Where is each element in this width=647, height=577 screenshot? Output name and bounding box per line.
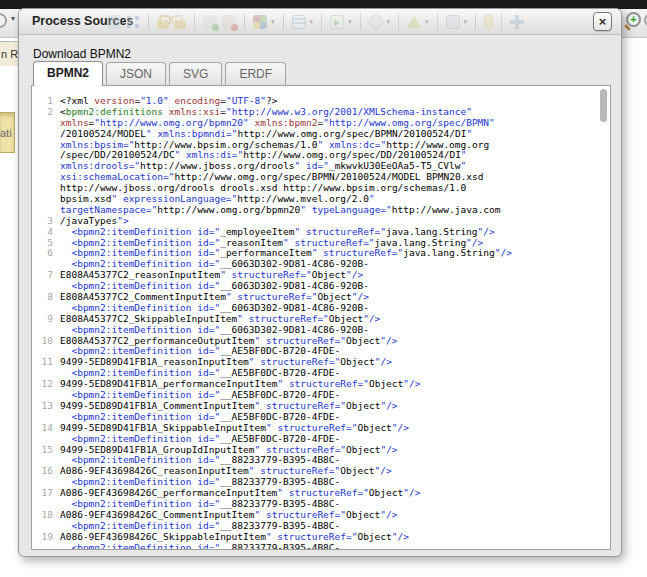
line-number: 4 (32, 227, 60, 238)
dropdown-caret-icon: ▾ (310, 18, 314, 26)
dropdown-caret-icon: ▾ (464, 18, 468, 26)
line-number (32, 129, 60, 140)
line-number: 13 (32, 401, 60, 412)
tab-erdf[interactable]: ERDF (225, 62, 286, 85)
tab-bpmn2[interactable]: BPMN2 (33, 61, 103, 86)
line-number: 1 (32, 96, 60, 107)
line-number: 15 (32, 445, 60, 456)
toolbar-separator (283, 13, 284, 30)
toolbar-separator (437, 13, 438, 30)
line-number (32, 281, 60, 292)
bpmn2-source-code: 1<?xml version="1.0" encoding="UTF-8"?>2… (32, 86, 610, 550)
line-number (32, 118, 60, 129)
line-number: 3 (32, 216, 60, 227)
toolbar-separator (194, 13, 195, 30)
background-toolbar-icons: ▾▾▾▾▾▾ (107, 9, 579, 34)
alert-icon (407, 15, 421, 28)
move-icon (510, 15, 524, 29)
line-number (32, 521, 60, 532)
unlock-icon (174, 20, 186, 29)
line-number (32, 150, 60, 161)
color-palette-icon (253, 15, 267, 29)
save-icon (446, 15, 460, 29)
line-number (32, 140, 60, 151)
line-number (32, 303, 60, 314)
code-text: <bpmn2:itemDefinition id="__88233779-B39… (60, 543, 340, 550)
process-sources-dialog: Process Sources ▾▾▾▾▾▾ × Download BPMN2 … (18, 8, 622, 557)
line-number: 19 (32, 532, 60, 543)
download-bpmn2-link[interactable]: Download BPMN2 (33, 47, 131, 61)
line-number (32, 161, 60, 172)
line-number: 14 (32, 423, 60, 434)
line-number: 5 (32, 238, 60, 249)
properties-icon (292, 15, 306, 29)
tab-svg[interactable]: SVG (169, 62, 222, 85)
line-number (32, 172, 60, 183)
toolbar-separator (398, 13, 399, 30)
line-number: 9 (32, 314, 60, 325)
line-number (32, 194, 60, 205)
line-number: 12 (32, 379, 60, 390)
line-number: 17 (32, 488, 60, 499)
group-icon (107, 15, 121, 29)
palette-note-fragment: ati (0, 112, 15, 153)
line-number (32, 259, 60, 270)
app-background: ▾ n R ati + Process Sources ▾▾▾▾▾▾ × Dow… (0, 0, 647, 577)
line-number: 8 (32, 292, 60, 303)
code-panel[interactable]: 1<?xml version="1.0" encoding="UTF-8"?>2… (31, 86, 611, 550)
dropdown-caret-icon: ▾ (11, 14, 15, 23)
export-icon (330, 15, 344, 29)
line-number: 7 (32, 270, 60, 281)
line-number: 11 (32, 357, 60, 368)
repository-icon (484, 14, 493, 29)
vertical-scrollbar-thumb[interactable] (600, 89, 607, 122)
line-number: 18 (32, 510, 60, 521)
line-number: 6 (32, 248, 60, 259)
line-number: 16 (32, 466, 60, 477)
lock-icon (157, 20, 169, 29)
tab-json[interactable]: JSON (106, 62, 166, 85)
line-number: 10 (32, 336, 60, 347)
line-number (32, 434, 60, 445)
dropdown-caret-icon: ▾ (387, 18, 391, 26)
code-line: <bpmn2:itemDefinition id="__88233779-B39… (32, 543, 610, 550)
line-number (32, 183, 60, 194)
dropdown-caret-icon: ▾ (271, 18, 275, 26)
line-number (32, 325, 60, 336)
toolbar-separator (360, 13, 361, 30)
toolbar-separator (475, 13, 476, 30)
dropdown-caret-icon: ▾ (425, 18, 429, 26)
toolbar-separator (501, 13, 502, 30)
toolbar-separator (244, 13, 245, 30)
line-number (32, 543, 60, 550)
line-number (32, 205, 60, 216)
dropdown-caret-icon: ▾ (348, 18, 352, 26)
breadcrumb-fragment: n R (0, 41, 18, 66)
validate-icon (369, 15, 383, 29)
dialog-titlebar[interactable]: Process Sources ▾▾▾▾▾▾ × (19, 9, 621, 35)
line-number: 2 (32, 107, 60, 118)
add-docker-icon (203, 15, 217, 29)
zoom-in-icon: + (626, 12, 641, 27)
remove-docker-icon (222, 15, 236, 29)
toolbar-separator (148, 13, 149, 30)
toolbar-separator (321, 13, 322, 30)
source-tabs: BPMN2JSONSVGERDF (31, 62, 611, 86)
ungroup-icon (126, 15, 140, 29)
close-icon[interactable]: × (593, 12, 612, 31)
